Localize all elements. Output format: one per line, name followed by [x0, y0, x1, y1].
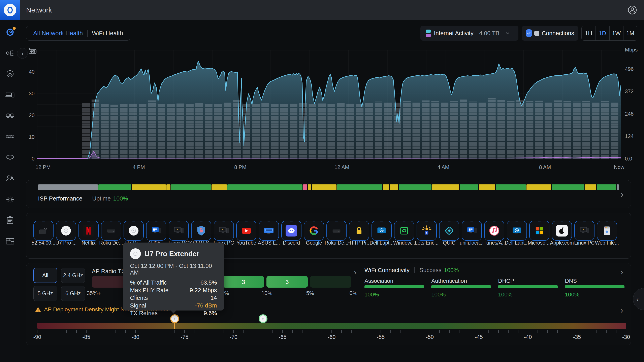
- sidebar-item-site-plan[interactable]: [6, 237, 15, 246]
- app-tile-17[interactable]: [416, 221, 437, 241]
- tooltip-row: Clients14: [130, 294, 217, 302]
- app-tile-14[interactable]: [349, 221, 369, 241]
- sidebar-item-coverage[interactable]: [6, 153, 15, 162]
- range-1h[interactable]: 1H: [582, 26, 595, 40]
- y-axis-tick-left: 40: [22, 69, 34, 75]
- band-filter-2.4ghz[interactable]: 2.4 GHz: [61, 268, 85, 283]
- x-axis-tick: 12 AM: [334, 164, 349, 170]
- tooltip-row-label: Signal: [130, 302, 146, 309]
- app-tile-9[interactable]: [236, 221, 256, 241]
- app-tile-7[interactable]: [191, 221, 211, 241]
- sidebar-item-hotspot[interactable]: [6, 111, 15, 120]
- top-apps-card: 52:54:00...U7 Pro ...NetflixRoku De...U7…: [26, 213, 631, 259]
- app-tile-19[interactable]: [462, 221, 482, 241]
- y-axis-tick-right: 496: [625, 66, 634, 72]
- wifi-success-value: 100%: [444, 267, 459, 274]
- ap-icon: [60, 225, 72, 237]
- tooltip-row-label: Clients: [130, 295, 148, 301]
- sidebar-item-admins[interactable]: [6, 174, 15, 183]
- tooltip-row: Signal-76 dBm: [130, 302, 217, 309]
- device-tooltip: U7 Pro Extender Oct 12 12:00 PM - Oct 13…: [123, 243, 224, 311]
- slider-tick: [430, 330, 430, 333]
- tx-bucket-edge-label: 0%: [349, 290, 357, 297]
- isp-uptime-stripe[interactable]: [38, 184, 619, 190]
- slider-tick: [548, 330, 548, 333]
- app-tile-15[interactable]: [372, 221, 392, 241]
- range-1m[interactable]: 1M: [623, 26, 637, 40]
- sidebar-item-logs[interactable]: [6, 216, 15, 225]
- app-tile-4[interactable]: [124, 221, 144, 241]
- app-tile-label: Dell Lapt...: [504, 240, 529, 246]
- sidebar-item-topology[interactable]: [6, 48, 15, 58]
- slider-tick: [66, 330, 67, 333]
- app-tile-0[interactable]: [34, 221, 54, 241]
- app-tile-1[interactable]: [56, 221, 76, 241]
- sidebar-item-clients[interactable]: [6, 90, 15, 99]
- isp-card-chevron[interactable]: ›: [620, 190, 624, 198]
- app-tile-12[interactable]: [304, 221, 324, 241]
- app-tile-label: Linux PC: [572, 240, 597, 246]
- app-tile-11[interactable]: [281, 221, 302, 241]
- slider-tick: [508, 330, 508, 333]
- app-tile-24[interactable]: [574, 221, 594, 241]
- app-tile-13[interactable]: [326, 221, 346, 241]
- connections-checkbox[interactable]: [526, 29, 532, 37]
- app-tile-20[interactable]: [484, 221, 504, 241]
- band-filter-5ghz[interactable]: 5 GHz: [34, 286, 57, 301]
- app-tile-25[interactable]: [597, 221, 617, 241]
- roku-icon: [105, 225, 117, 237]
- app-tile-18[interactable]: [439, 221, 459, 241]
- y-axis-tick-left: 30: [22, 90, 34, 97]
- pcdark-icon: [578, 225, 590, 237]
- app-tile-16[interactable]: [394, 221, 414, 241]
- app-tile-22[interactable]: [529, 221, 550, 241]
- logs-icon: [6, 216, 15, 225]
- ap-signal-marker-ok[interactable]: [258, 314, 268, 323]
- app-tile-10[interactable]: [259, 221, 279, 241]
- connections-toggle[interactable]: Connections: [522, 26, 578, 41]
- dellmon-icon: [376, 225, 388, 237]
- unifi-logo-disc: [4, 4, 16, 16]
- slider-tick: [57, 330, 57, 333]
- wifi-connectivity-chevron[interactable]: ›: [620, 268, 623, 276]
- tooltip-row-label: % of All Traffic: [130, 279, 167, 286]
- slider-tick: [292, 330, 292, 333]
- range-1d[interactable]: 1D: [595, 26, 609, 40]
- tab-all-network-health[interactable]: All Network Health: [33, 30, 83, 37]
- deployment-chevron[interactable]: ›: [620, 306, 623, 314]
- top-bar: Network: [0, 0, 644, 20]
- app-tile-2[interactable]: [78, 221, 98, 241]
- unifi-logo[interactable]: [0, 0, 20, 20]
- traffic-chart[interactable]: [37, 50, 621, 159]
- tab-wifi-health[interactable]: WiFi Health: [92, 30, 123, 37]
- sidebar-item-insights[interactable]: [6, 132, 15, 141]
- app-tile-3[interactable]: [101, 221, 121, 241]
- app-tile-5[interactable]: [146, 221, 166, 241]
- app-tile-6[interactable]: [169, 221, 189, 241]
- sidebar-expand-button[interactable]: ›: [17, 48, 28, 59]
- panel-collapse-button[interactable]: ‹: [633, 288, 644, 310]
- app-tile-label: Apple.com: [550, 240, 574, 246]
- slider-tick: [420, 330, 420, 333]
- slider-tick-label: -70: [230, 334, 238, 340]
- internet-activity-selector[interactable]: Internet Activity 4.00 TB: [420, 26, 518, 41]
- app-tile-21[interactable]: [507, 221, 527, 241]
- time-range-group: 1H1D1W1M: [582, 26, 637, 41]
- slider-tick: [126, 330, 126, 333]
- tx-retries-chevron[interactable]: ›: [354, 268, 356, 276]
- app-tile-23[interactable]: [552, 221, 572, 241]
- sidebar-item-dashboard[interactable]: [6, 27, 15, 37]
- devwifi-icon: [38, 225, 49, 237]
- band-filter-6ghz[interactable]: 6 GHz: [61, 286, 85, 301]
- slider-tick-label: -60: [328, 334, 336, 340]
- band-filter-all[interactable]: All: [34, 268, 57, 283]
- app-tile-8[interactable]: [214, 221, 234, 241]
- sidebar-item-settings[interactable]: [6, 195, 15, 204]
- signal-strength-gradient-bar[interactable]: [37, 323, 626, 329]
- slider-tick-label: -50: [426, 334, 434, 340]
- range-1w[interactable]: 1W: [610, 26, 623, 40]
- sidebar-item-devices[interactable]: [6, 69, 15, 79]
- user-account-icon[interactable]: [628, 5, 637, 15]
- uptime-segment-yellow: [312, 184, 336, 190]
- slider-tick-label: -45: [475, 334, 483, 340]
